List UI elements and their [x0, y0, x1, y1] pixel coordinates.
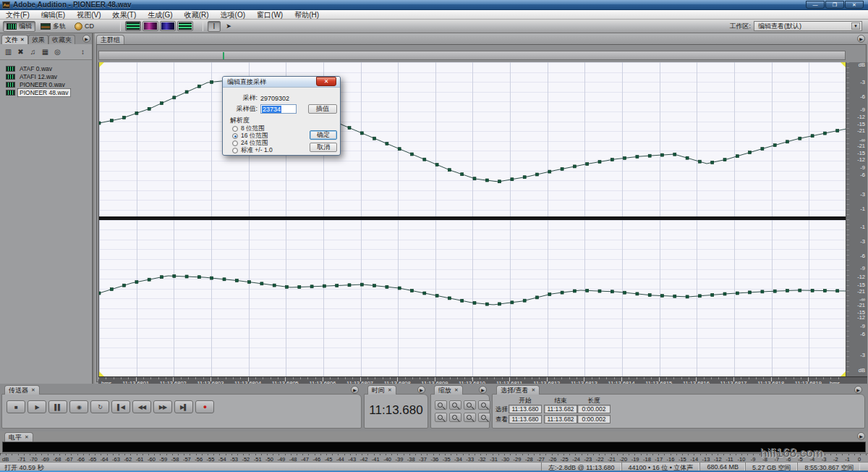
sample-point[interactable] — [223, 278, 226, 281]
menu-item-6[interactable]: 选项(O) — [215, 10, 251, 20]
tab-transport[interactable]: 传送器✕ — [4, 385, 40, 395]
sample-point[interactable] — [110, 119, 113, 122]
sample-point[interactable] — [624, 156, 626, 159]
ok-button[interactable]: 确定 — [310, 130, 337, 140]
sample-point[interactable] — [523, 299, 526, 302]
sample-point[interactable] — [398, 148, 401, 151]
selection-value-field[interactable]: 11:13.680 — [509, 415, 542, 423]
close-button[interactable]: ✕ — [845, 1, 864, 9]
close-icon[interactable]: ✕ — [454, 387, 459, 393]
panel-menu-icon[interactable]: ▶ — [351, 386, 359, 394]
sample-point[interactable] — [823, 132, 826, 135]
sample-point[interactable] — [323, 285, 326, 287]
sample-point[interactable] — [210, 277, 213, 279]
sample-point[interactable] — [360, 132, 363, 135]
sample-point[interactable] — [736, 155, 739, 158]
sample-point[interactable] — [99, 122, 101, 125]
menu-item-2[interactable]: 视图(V) — [71, 10, 106, 20]
sample-point[interactable] — [485, 179, 488, 182]
sample-point[interactable] — [348, 284, 351, 287]
record-button[interactable]: ● — [195, 400, 214, 413]
selection-value-field[interactable]: 0:00.002 — [577, 415, 610, 423]
radio-icon[interactable] — [232, 126, 238, 132]
sample-point[interactable] — [736, 292, 739, 295]
zoom-in-right-edge-button[interactable] — [449, 413, 461, 422]
sample-point[interactable] — [536, 173, 539, 176]
sample-point[interactable] — [636, 292, 639, 295]
sample-point[interactable] — [423, 158, 426, 161]
sample-point[interactable] — [548, 170, 551, 173]
sample-point[interactable] — [786, 140, 789, 143]
files-panel-tab-1[interactable]: 效果 — [28, 35, 48, 44]
overview-scrollbar[interactable] — [98, 51, 846, 60]
sample-point[interactable] — [435, 294, 438, 297]
radio-icon[interactable] — [232, 148, 238, 153]
zoom-out-horizontal-button[interactable] — [449, 400, 461, 410]
sample-point[interactable] — [773, 144, 776, 147]
cancel-button[interactable]: 取消 — [310, 143, 337, 152]
sample-point[interactable] — [173, 96, 176, 99]
panel-menu-icon[interactable]: ▶ — [857, 35, 865, 43]
panel-menu-icon[interactable]: ▶ — [479, 386, 487, 394]
multitrack-view-button[interactable]: 多轨 — [37, 21, 69, 32]
sample-point[interactable] — [686, 156, 689, 159]
sample-point[interactable] — [123, 284, 126, 287]
zoom-out-full-button[interactable] — [464, 400, 476, 410]
menu-item-8[interactable]: 帮助(H) — [289, 10, 325, 20]
sample-point[interactable] — [561, 291, 563, 294]
sample-point[interactable] — [135, 281, 138, 284]
zoom-in-horizontal-button[interactable] — [435, 400, 447, 410]
sample-point[interactable] — [135, 111, 138, 114]
fast-forward-button[interactable]: ▶▶ — [153, 400, 172, 413]
sample-point[interactable] — [386, 142, 388, 145]
radio-icon[interactable] — [232, 133, 238, 139]
tab-time[interactable]: 时间✕ — [367, 385, 396, 395]
sample-point[interactable] — [485, 303, 488, 305]
tab-main-group[interactable]: 主群组 — [96, 35, 124, 44]
go-to-start-button[interactable]: ▌◀ — [111, 400, 130, 413]
selection-marker-icon[interactable] — [841, 371, 846, 376]
sample-point[interactable] — [761, 148, 764, 151]
menu-item-1[interactable]: 编辑(E) — [35, 10, 71, 20]
sample-point[interactable] — [185, 275, 188, 278]
file-list-item[interactable]: ATAF 0.wav — [6, 64, 92, 72]
burn-cd-button[interactable]: ◎ — [51, 46, 64, 58]
sample-point[interactable] — [235, 279, 238, 282]
selection-value-field[interactable]: 0:00.002 — [577, 405, 610, 413]
minimize-button[interactable]: — — [806, 1, 825, 9]
sample-point[interactable] — [197, 85, 200, 88]
sample-point[interactable] — [161, 276, 163, 279]
tab-zoom[interactable]: 缩放✕ — [434, 385, 463, 395]
sample-point[interactable] — [148, 278, 150, 281]
sample-point[interactable] — [448, 297, 451, 300]
panel-menu-icon[interactable]: ▶ — [417, 386, 425, 394]
level-meter-bar[interactable] — [2, 442, 866, 452]
selection-value-field[interactable]: 11:13.682 — [544, 405, 577, 413]
panel-menu-icon[interactable]: ▶ — [854, 386, 862, 394]
sample-point[interactable] — [423, 292, 426, 295]
sample-point[interactable] — [836, 290, 839, 292]
sample-point[interactable] — [373, 137, 376, 140]
rewind-button[interactable]: ◀◀ — [132, 400, 151, 413]
close-icon[interactable]: ✕ — [532, 387, 536, 393]
chevron-down-icon[interactable]: ▼ — [851, 22, 860, 30]
interpolate-button[interactable]: 插值 — [308, 104, 337, 114]
selection-value-field[interactable]: 11:13.682 — [544, 415, 577, 423]
sample-point[interactable] — [610, 159, 613, 161]
amplitude-ruler[interactable]: dB-3-6-9-12-15-21-∞-21-15-12-9-6-3-1-1-3… — [846, 62, 867, 376]
close-icon[interactable]: ✕ — [388, 387, 392, 393]
sample-point[interactable] — [686, 295, 689, 298]
sample-point[interactable] — [498, 303, 501, 305]
sample-point[interactable] — [786, 290, 789, 292]
time-selection-tool-button[interactable]: I — [208, 21, 221, 32]
workspace-select[interactable]: 编辑查看(默认) ▼ — [754, 21, 862, 31]
sort-button[interactable]: ↕ — [77, 46, 89, 58]
selection-value-field[interactable]: 11:13.680 — [509, 405, 542, 413]
sample-point[interactable] — [761, 290, 764, 293]
edit-view-button[interactable]: 编辑 — [3, 21, 35, 32]
sample-point[interactable] — [598, 161, 601, 164]
sample-point[interactable] — [723, 159, 726, 161]
sample-point[interactable] — [548, 293, 551, 296]
sample-point[interactable] — [498, 180, 501, 183]
sample-point[interactable] — [773, 290, 776, 292]
